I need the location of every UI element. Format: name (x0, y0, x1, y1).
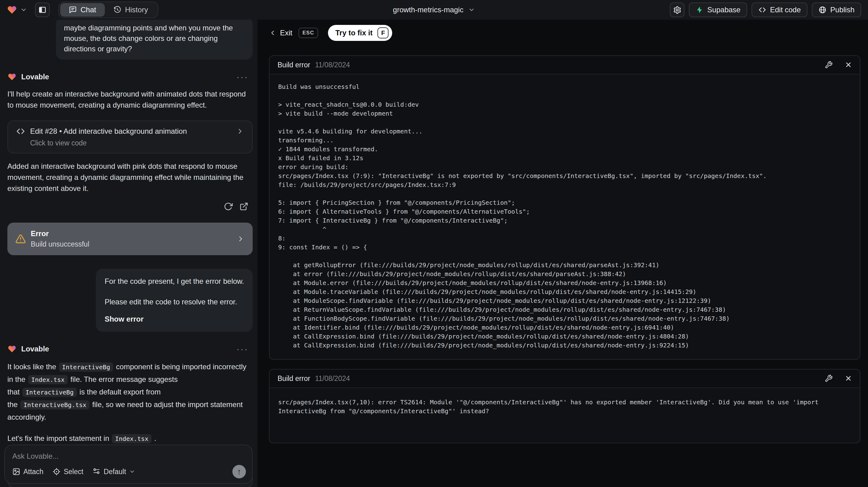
esc-key-hint: ESC (299, 28, 318, 38)
assistant-paragraph: Added an interactive background with pin… (7, 161, 253, 194)
topbar-actions: Supabase Edit code Publish (670, 2, 861, 17)
text-segment: . (154, 434, 156, 443)
tab-chat[interactable]: Chat (60, 3, 105, 17)
assistant-header: Lovable ··· (7, 72, 253, 81)
edit-card-title: Edit #28 • Add interactive background an… (30, 127, 187, 135)
wrench-icon[interactable] (825, 61, 833, 69)
globe-icon (818, 6, 827, 14)
inline-code: Index.tsx (28, 375, 68, 384)
more-options-icon[interactable]: ··· (236, 74, 248, 80)
open-external-icon[interactable] (240, 202, 248, 211)
assistant-name: Lovable (21, 345, 49, 353)
publish-button[interactable]: Publish (812, 2, 861, 17)
project-switcher[interactable]: growth-metrics-magic (393, 0, 475, 20)
gear-icon (673, 6, 681, 14)
edit-code-label: Edit code (770, 5, 801, 14)
tab-history[interactable]: History (105, 3, 157, 17)
supabase-bolt-icon (695, 6, 704, 14)
supabase-button[interactable]: Supabase (689, 2, 747, 17)
publish-label: Publish (830, 5, 855, 14)
mode-label: Default (103, 468, 126, 476)
build-error-header: Build error 11/08/2024 ✕ (270, 370, 860, 388)
user-message: maybe diagramming points and when you mo… (56, 20, 253, 60)
composer-controls: Attach Select Default (12, 465, 246, 478)
close-icon[interactable]: ✕ (845, 374, 852, 383)
code-brackets-icon (758, 6, 766, 14)
inline-code: InteractiveBg.tsx (20, 400, 89, 409)
exit-label: Exit (280, 29, 292, 37)
more-options-icon[interactable]: ··· (236, 346, 248, 352)
build-error-date: 11/08/2024 (315, 61, 350, 69)
warning-triangle-icon (16, 234, 26, 244)
lovable-heart-icon (7, 345, 17, 353)
build-error-header: Build error 11/08/2024 ✕ (270, 56, 860, 74)
chat-history-tabs: Chat History (58, 2, 158, 18)
assistant-name: Lovable (21, 72, 49, 81)
send-button[interactable]: ↑ (232, 465, 246, 478)
sliders-icon (93, 468, 100, 476)
chevron-right-icon (237, 235, 245, 243)
chevron-left-icon (269, 29, 276, 37)
build-error-panel-1: Build error 11/08/2024 ✕ Build was unsuc… (269, 55, 860, 360)
inline-code: Index.tsx (112, 434, 151, 443)
image-icon (12, 468, 20, 476)
code-brackets-icon (16, 127, 25, 136)
panel-left-icon (38, 6, 46, 14)
assistant-paragraph: I'll help create an interactive backgrou… (7, 89, 253, 111)
supabase-label: Supabase (707, 5, 740, 14)
top-bar: Chat History growth-metrics-magic (0, 0, 868, 20)
lovable-heart-icon (7, 72, 17, 81)
user-message-line: Please edit the code to resolve the erro… (104, 297, 244, 307)
edit-card-subtitle: Click to view code (16, 139, 244, 147)
arrow-up-icon: ↑ (237, 467, 241, 477)
chat-input[interactable] (12, 452, 245, 465)
user-message-line: For the code present, I get the error be… (104, 276, 244, 286)
history-icon (114, 6, 121, 14)
build-error-log: src/pages/Index.tsx(7,10): error TS2614:… (270, 388, 860, 426)
message-actions (7, 202, 253, 211)
show-error-link[interactable]: Show error (104, 314, 244, 324)
lovable-logo-menu[interactable] (7, 5, 27, 15)
build-error-card[interactable]: Error Build unsuccessful (7, 222, 253, 255)
mode-selector[interactable]: Default (93, 468, 135, 476)
chevron-down-icon (20, 6, 27, 13)
build-error-log: Build was unsuccessful > vite_react_shad… (270, 74, 860, 358)
select-button[interactable]: Select (53, 468, 83, 476)
fix-panel-header: Exit ESC Try to fix it F (269, 25, 392, 40)
try-to-fix-button[interactable]: Try to fix it F (328, 25, 392, 41)
build-error-title: Build error (278, 61, 310, 69)
assistant-header: Lovable ··· (7, 345, 253, 353)
edit-code-button[interactable]: Edit code (751, 2, 807, 17)
lovable-heart-icon (7, 5, 17, 15)
attach-label: Attach (23, 468, 43, 476)
f-key-hint: F (377, 27, 389, 38)
tab-chat-label: Chat (81, 5, 96, 14)
select-label: Select (64, 468, 83, 476)
chevron-down-icon (129, 468, 135, 475)
exit-button[interactable]: Exit (269, 29, 292, 37)
composer: Attach Select Default (4, 445, 253, 484)
build-error-panel-2: Build error 11/08/2024 ✕ src/pages/Index… (269, 369, 860, 443)
log-text: Build was unsuccessful > vite_react_shad… (278, 82, 851, 350)
log-text: src/pages/Index.tsx(7,10): error TS2614:… (278, 398, 851, 416)
project-name: growth-metrics-magic (393, 5, 463, 14)
edit-card-28[interactable]: Edit #28 • Add interactive background an… (7, 121, 253, 153)
chat-bubble-icon (69, 6, 77, 14)
chevron-right-icon (236, 127, 244, 135)
refresh-icon[interactable] (224, 202, 233, 211)
chat-panel: maybe diagramming points and when you mo… (0, 20, 257, 487)
close-icon[interactable]: ✕ (845, 61, 852, 69)
chevron-down-icon (468, 6, 475, 13)
assistant-paragraph: Let's fix the import statement inIndex.t… (7, 432, 253, 445)
wrench-icon[interactable] (825, 374, 833, 383)
inline-code: InteractiveBg (23, 388, 77, 397)
build-error-title: Build error (278, 374, 310, 383)
attach-button[interactable]: Attach (12, 468, 43, 476)
toggle-sidebar-button[interactable] (35, 2, 50, 17)
build-error-date: 11/08/2024 (315, 374, 350, 383)
settings-button[interactable] (670, 2, 684, 17)
error-subtitle: Build unsuccessful (31, 239, 89, 249)
target-icon (53, 468, 61, 476)
chat-scroll-area[interactable]: maybe diagramming points and when you mo… (0, 20, 257, 487)
lovable-app: Chat History growth-metrics-magic (0, 0, 868, 487)
